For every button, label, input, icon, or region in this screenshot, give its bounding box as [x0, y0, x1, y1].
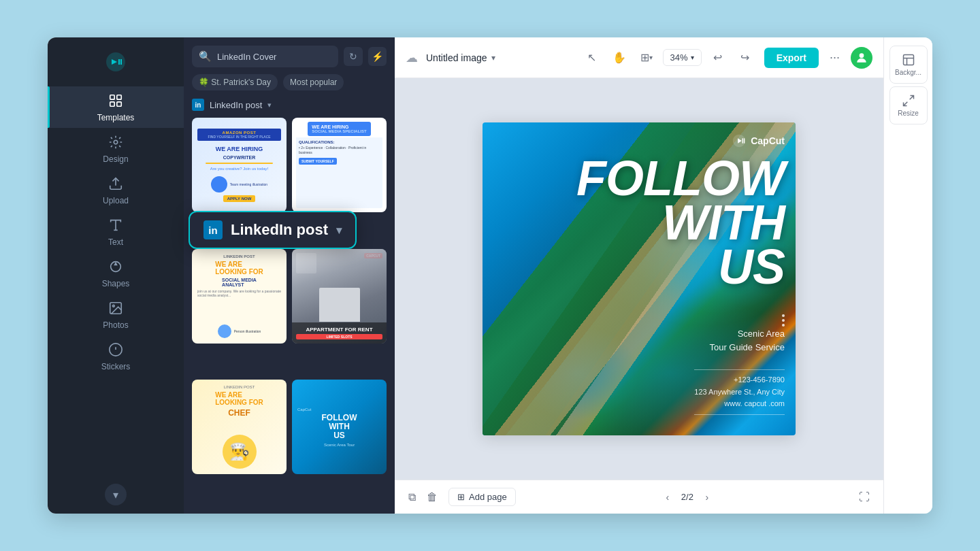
design-icon: [108, 135, 123, 152]
filter-chips: 🍀 St. Patrick's Day Most popular: [192, 74, 387, 90]
user-avatar[interactable]: [851, 47, 872, 69]
search-bar: 🔍: [192, 46, 338, 67]
svg-rect-3: [117, 102, 121, 106]
page-navigation: ‹ 2/2 ›: [659, 489, 715, 505]
filter-chip-popular[interactable]: Most popular: [283, 74, 344, 90]
sidebar-item-design[interactable]: Design: [48, 128, 184, 169]
filter-chip-label: Most popular: [290, 78, 337, 87]
sidebar-item-label: Design: [103, 154, 128, 164]
canvas-dots-decoration: [782, 314, 785, 327]
filter-chip-label: 🍀 St. Patrick's Day: [199, 78, 271, 87]
sidebar-item-label: Templates: [97, 113, 135, 122]
canvas-service-info: Scenic Area Tour Guide Service: [709, 327, 785, 354]
filter-button[interactable]: ⚡: [368, 47, 387, 66]
sidebar-item-shapes[interactable]: Shapes: [48, 252, 184, 294]
template-card[interactable]: CAPCUT APPARTMENT FOR RENT LIMITED SLOTS: [292, 249, 387, 344]
duplicate-icon[interactable]: ⧉: [408, 491, 416, 503]
toolbar-tools: ↖ ✋ ⊞ ▾ 34% ▾ ↩: [581, 47, 756, 69]
template-card[interactable]: AMAZON POST FIND YOURSELF IN THE RIGHT P…: [192, 118, 287, 212]
sidebar-item-text[interactable]: Text: [48, 211, 184, 252]
stickers-icon: [108, 342, 123, 359]
search-icon: 🔍: [199, 50, 212, 63]
background-label: Backgr...: [895, 69, 921, 76]
delete-icon[interactable]: 🗑: [427, 491, 438, 503]
refresh-icon: ↻: [349, 51, 357, 62]
toolbar-actions: Export ···: [764, 47, 872, 69]
add-page-label: Add page: [469, 492, 507, 502]
capcut-logo: CapCut: [732, 133, 785, 148]
background-panel-button[interactable]: Backgr...: [889, 46, 928, 84]
upload-icon: [108, 176, 123, 193]
template-card[interactable]: CapCut FOLLOWWITHUS Scenic Area Tour: [292, 380, 387, 474]
cloud-icon: ☁: [406, 50, 418, 65]
prev-page-button[interactable]: ‹: [659, 489, 676, 505]
toolbar: ☁ Untitled image ▾ ↖ ✋ ⊞ ▾: [395, 37, 883, 78]
export-button[interactable]: Export: [764, 48, 819, 68]
svg-point-4: [114, 140, 118, 144]
next-page-button[interactable]: ›: [699, 489, 715, 505]
canvas-design[interactable]: CapCut FOLLOW WITH US Scenic Area Tour G…: [483, 122, 796, 435]
canvas-address: 123 Anywhere St., Any City: [694, 386, 785, 399]
template-card[interactable]: WE ARE HIRING SOCIAL MEDIA SPECIALIST QU…: [292, 118, 387, 212]
pointer-icon: ↖: [587, 51, 596, 64]
category-selector[interactable]: in LinkedIn post ▾: [192, 99, 387, 111]
add-page-button[interactable]: ⊞ Add page: [448, 488, 516, 506]
undo-button[interactable]: ↩: [707, 47, 729, 69]
sidebar-item-label: Stickers: [101, 362, 131, 371]
resize-panel-button[interactable]: Resize: [889, 86, 928, 124]
refresh-button[interactable]: ↻: [344, 47, 363, 66]
canvas-follow-text: FOLLOW: [576, 156, 785, 201]
redo-button[interactable]: ↪: [734, 47, 756, 69]
linkedin-badge-icon: in: [203, 220, 223, 239]
search-input[interactable]: [217, 52, 331, 62]
app-logo[interactable]: [102, 48, 129, 76]
template-card[interactable]: LINKEDIN POST WE ARELOOKING FOR SOCIAL M…: [192, 249, 287, 344]
background-icon: [902, 53, 915, 67]
canvas-area[interactable]: CapCut FOLLOW WITH US Scenic Area Tour G…: [395, 78, 883, 480]
redo-icon: ↪: [740, 51, 749, 64]
chevron-down-icon: ▾: [649, 54, 653, 61]
svg-rect-14: [744, 138, 745, 143]
more-options-button[interactable]: ···: [824, 48, 845, 67]
sidebar-item-stickers[interactable]: Stickers: [48, 335, 184, 377]
expand-icon[interactable]: ⛶: [859, 491, 870, 503]
sidebar-item-photos[interactable]: Photos: [48, 294, 184, 335]
document-title[interactable]: Untitled image: [426, 52, 487, 63]
chevron-down-icon: ▾: [691, 54, 694, 61]
hand-tool-button[interactable]: ✋: [608, 47, 630, 69]
canvas-website: www. capcut .com: [694, 398, 785, 410]
pointer-tool-button[interactable]: ↖: [581, 47, 603, 69]
svg-point-10: [112, 305, 114, 307]
zoom-control[interactable]: 34% ▾: [663, 49, 702, 66]
svg-rect-1: [117, 95, 121, 99]
dropdown-label: LinkedIn post: [231, 221, 328, 239]
add-page-icon: ⊞: [457, 492, 465, 502]
sidebar-item-templates[interactable]: Templates: [48, 86, 184, 128]
sidebar-collapse-button[interactable]: ▾: [105, 484, 127, 505]
canvas-service-line2: Tour Guide Service: [709, 341, 785, 354]
layout-button[interactable]: ⊞ ▾: [636, 47, 657, 69]
sidebar: Templates Design: [48, 37, 184, 514]
sidebar-item-label: Shapes: [102, 279, 130, 288]
template-card[interactable]: LINKEDIN POST WE ARELOOKING FOR CHEF 👨‍🍳: [192, 380, 287, 474]
filter-chip-stpatricks[interactable]: 🍀 St. Patrick's Day: [192, 74, 278, 90]
canvas-main-text: FOLLOW WITH US: [576, 156, 785, 288]
canvas-contact-info: +123-456-7890 123 Anywhere St., Any City…: [694, 365, 785, 419]
main-area: ☁ Untitled image ▾ ↖ ✋ ⊞ ▾: [395, 37, 883, 514]
linkedin-dropdown[interactable]: in LinkedIn post ▾: [189, 211, 357, 249]
templates-panel: 🔍 ↻ ⚡ 🍀 St. Patrick's Day Most popular: [184, 37, 395, 514]
canvas-phone: +123-456-7890: [694, 374, 785, 386]
resize-label: Resize: [898, 110, 919, 117]
chevron-down-icon: ▾: [267, 101, 272, 110]
canvas-service-line1: Scenic Area: [709, 327, 785, 341]
sidebar-item-label: Photos: [103, 320, 128, 330]
svg-rect-2: [110, 102, 114, 106]
chevron-down-icon[interactable]: ▾: [491, 53, 495, 63]
svg-point-11: [860, 53, 864, 58]
chevron-down-icon: ▾: [336, 224, 342, 237]
undo-icon: ↩: [713, 51, 722, 64]
svg-rect-15: [903, 55, 913, 65]
page-indicator: 2/2: [681, 492, 693, 502]
photos-icon: [108, 301, 123, 318]
sidebar-item-upload[interactable]: Upload: [48, 169, 184, 211]
